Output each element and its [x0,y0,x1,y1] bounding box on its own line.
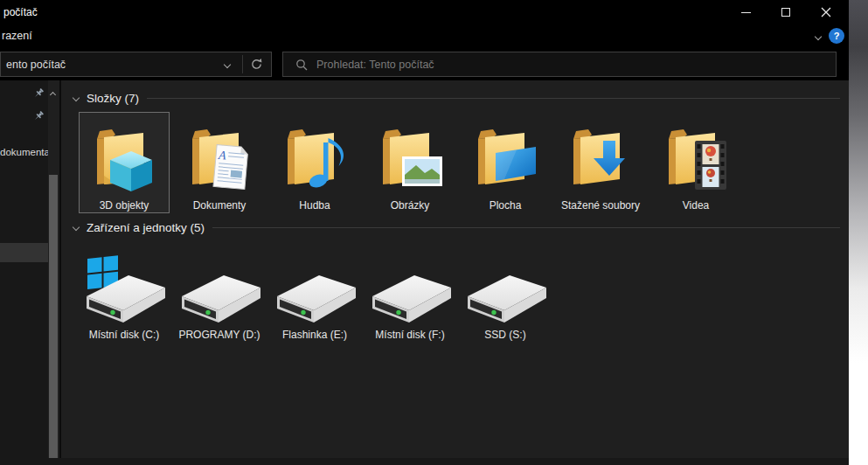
scrollbar-thumb[interactable] [49,175,58,458]
items-view: Složky (7) [61,80,849,458]
chevron-down-icon [73,94,80,101]
chevron-down-icon [815,33,822,40]
drive-tile-c[interactable]: Místní disk (C:) [79,253,170,343]
help-button[interactable]: ? [829,28,844,44]
desktop-folder-icon [461,113,550,198]
help-icon: ? [834,31,840,41]
folders-grid: 3D objekty A [79,112,746,213]
folder-tile-stazene-soubory[interactable]: Stažené soubory [555,112,646,213]
drive-tile-s[interactable]: SSD (S:) [460,253,551,343]
search-box[interactable] [282,52,837,77]
file-explorer-window: počítač razení ? ento počítač [0,0,849,465]
maximize-icon [781,8,790,17]
tile-label: 3D objekty [100,198,149,212]
drive-tile-e[interactable]: Flashinka (E:) [269,253,360,343]
hard-drive-icon [461,254,550,328]
ribbon-expand-button[interactable] [811,31,825,43]
svg-text:A: A [217,149,226,163]
drive-tile-f[interactable]: Místní disk (F:) [365,253,455,343]
titlebar[interactable]: počítač [0,0,849,24]
group-header-folders[interactable]: Složky (7) [73,89,840,107]
folder-tile-3d-objekty[interactable]: 3D objekty [79,112,170,213]
group-header-devices[interactable]: Zařízení a jednotky (5) [73,219,840,236]
tile-label: Videa [683,198,709,212]
hard-drive-icon [365,254,455,328]
scroll-up-icon[interactable] [51,85,55,101]
tile-label: Místní disk (F:) [375,328,444,342]
group-divider [147,98,840,99]
videos-folder-icon [651,113,740,198]
tile-label: Dokumenty [193,198,247,212]
chevron-down-icon [224,60,231,67]
address-path: ento počítač [6,59,66,71]
statusbar-partial [0,458,849,465]
drive-tile-d[interactable]: PROGRAMY (D:) [174,253,265,343]
hard-drive-icon [175,254,264,328]
folder-tile-hudba[interactable]: Hudba [269,112,360,213]
background-window-behind [849,0,868,465]
documents-folder-icon: A [175,113,264,198]
window-title: počítač [3,6,38,18]
music-folder-icon [270,113,359,198]
search-input[interactable] [316,59,836,71]
drives-grid: Místní disk (C:) [79,253,555,343]
group-title: Zařízení a jednotky (5) [87,221,205,234]
pictures-folder-icon [365,113,455,198]
tile-label: Hudba [299,198,330,212]
ribbon-tab-bar: razení ? [0,24,849,48]
tab-zobrazeni[interactable]: razení [2,30,32,42]
pin-icon[interactable] [32,87,45,100]
tile-label: Flashinka (E:) [282,328,347,342]
folder-tile-videa[interactable]: Videa [650,112,741,213]
search-icon [295,59,308,71]
navigation-pane[interactable]: dokumenta [0,80,48,458]
3d-objects-folder-icon [80,113,169,198]
address-bar[interactable]: ento počítač [0,52,272,77]
tile-label: Stažené soubory [561,198,640,212]
refresh-button[interactable] [243,52,269,76]
maximize-button[interactable] [766,0,806,24]
folder-tile-plocha[interactable]: Plocha [460,112,551,213]
pin-icon[interactable] [32,110,45,122]
close-button[interactable] [806,0,846,24]
system-drive-icon [80,254,169,328]
folder-tile-dokumenty[interactable]: A [174,112,265,213]
address-dropdown-button[interactable] [215,52,240,76]
minimize-button[interactable] [726,0,766,24]
group-divider [212,227,840,228]
hard-drive-icon [80,261,170,326]
tile-label: Plocha [490,198,522,212]
hard-drive-icon [270,254,359,328]
tile-label: Obrázky [391,198,430,212]
refresh-icon [250,58,263,71]
group-title: Složky (7) [87,92,139,105]
close-icon [821,7,831,17]
navigation-toolbar: ento počítač [0,48,849,80]
tile-label: SSD (S:) [484,328,525,342]
sidebar-selected-row[interactable] [0,243,48,262]
sidebar-scrollbar[interactable] [48,80,59,458]
screen: počítač razení ? ento počítač [0,0,868,465]
tile-label: Místní disk (C:) [89,328,160,342]
main-area: dokumenta Složky (7) [0,80,849,458]
downloads-folder-icon [556,113,645,198]
minimize-icon [741,12,751,13]
folder-tile-obrazky[interactable]: Obrázky [365,112,455,213]
chevron-down-icon [73,224,80,231]
tile-label: PROGRAMY (D:) [178,328,260,342]
sidebar-item-label[interactable]: dokumenta [0,147,48,157]
